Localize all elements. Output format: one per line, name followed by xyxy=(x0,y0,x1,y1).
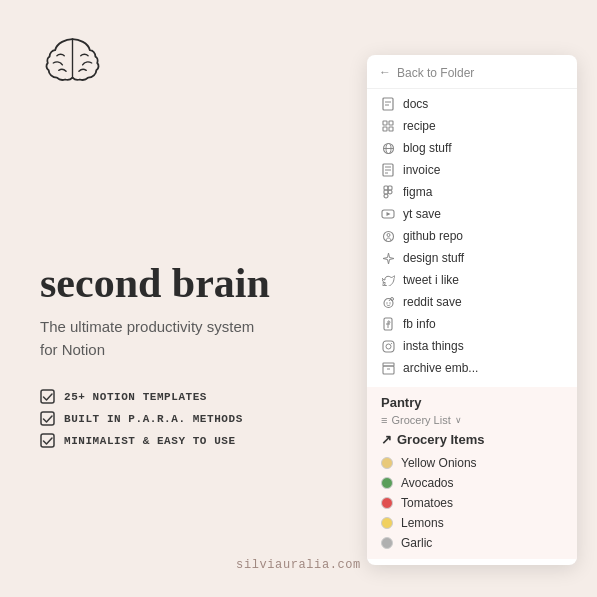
pantry-section: Pantry ≡ Grocery List ∨ ↗ Grocery Items … xyxy=(367,387,577,559)
doc-icon xyxy=(381,97,395,111)
subtitle: The ultimate productivity system for Not… xyxy=(40,316,370,361)
svg-point-21 xyxy=(388,190,392,194)
insta-icon xyxy=(381,339,395,353)
svg-point-30 xyxy=(386,302,387,303)
feature-item-1: 25+ NOTION TEMPLATES xyxy=(40,389,370,405)
svg-rect-8 xyxy=(389,121,393,125)
svg-rect-18 xyxy=(384,186,388,190)
brain-icon-container xyxy=(40,30,110,90)
main-container: second brain The ultimate productivity s… xyxy=(0,0,597,597)
grocery-list-label[interactable]: ≡ Grocery List ∨ xyxy=(381,414,563,426)
fb-icon xyxy=(381,317,395,331)
brain-icon xyxy=(40,30,105,85)
list-item-figma[interactable]: figma xyxy=(367,181,577,203)
item-label-docs: docs xyxy=(403,97,428,111)
feature-item-2: BUILT IN P.A.R.A. METHODS xyxy=(40,411,370,427)
notion-panel-header: ← Back to Folder xyxy=(367,55,577,89)
svg-rect-22 xyxy=(384,194,388,198)
list-item-recipe[interactable]: recipe xyxy=(367,115,577,137)
grid-icon xyxy=(381,119,395,133)
item-label-invoice: invoice xyxy=(403,163,440,177)
svg-point-34 xyxy=(386,344,391,349)
list-item-redditsave[interactable]: reddit save xyxy=(367,291,577,313)
grocery-color-dot-4 xyxy=(381,517,393,529)
svg-rect-9 xyxy=(383,127,387,131)
svg-rect-19 xyxy=(388,186,392,190)
svg-marker-24 xyxy=(387,212,391,216)
list-item-blogstuff[interactable]: blog stuff xyxy=(367,137,577,159)
reddit-icon xyxy=(381,295,395,309)
back-arrow-icon: ← xyxy=(379,65,391,80)
grocery-item-4[interactable]: Lemons xyxy=(381,513,563,533)
list-item-ytsave[interactable]: yt save xyxy=(367,203,577,225)
grocery-item-1[interactable]: Yellow Onions xyxy=(381,453,563,473)
grocery-color-dot-1 xyxy=(381,457,393,469)
svg-rect-36 xyxy=(383,366,394,374)
item-label-redditsave: reddit save xyxy=(403,295,462,309)
svg-point-27 xyxy=(384,298,393,307)
svg-rect-10 xyxy=(389,127,393,131)
item-label-blogstuff: blog stuff xyxy=(403,141,451,155)
item-label-fbinfo: fb info xyxy=(403,317,436,331)
grocery-item-label-4: Lemons xyxy=(401,516,444,530)
item-label-github: github repo xyxy=(403,229,463,243)
yt-icon xyxy=(381,207,395,221)
check-icon-2 xyxy=(40,411,56,427)
list-item-fbinfo[interactable]: fb info xyxy=(367,313,577,335)
grocery-items-title: ↗ Grocery Items xyxy=(381,432,563,447)
item-label-figma: figma xyxy=(403,185,432,199)
sparkle-icon xyxy=(381,251,395,265)
svg-rect-33 xyxy=(383,341,394,352)
notion-items-list: docs recipe blog stuff invoice xyxy=(367,89,577,383)
list-item-invoice[interactable]: invoice xyxy=(367,159,577,181)
page-title: second brain xyxy=(40,260,370,306)
grocery-item-label-3: Tomatoes xyxy=(401,496,453,510)
grocery-item-label-2: Avocados xyxy=(401,476,453,490)
grocery-item-label-5: Garlic xyxy=(401,536,432,550)
check-icon-3 xyxy=(40,433,56,449)
grocery-item-2[interactable]: Avocados xyxy=(381,473,563,493)
grocery-item-3[interactable]: Tomatoes xyxy=(381,493,563,513)
item-label-instathings: insta things xyxy=(403,339,464,353)
item-label-ytsave: yt save xyxy=(403,207,441,221)
list-item-github[interactable]: github repo xyxy=(367,225,577,247)
figma-icon xyxy=(381,185,395,199)
svg-point-28 xyxy=(390,297,393,300)
list-item-docs[interactable]: docs xyxy=(367,93,577,115)
footer-url: silviauralia.com xyxy=(236,558,361,572)
invoice-icon xyxy=(381,163,395,177)
pantry-title: Pantry xyxy=(381,395,563,410)
grocery-color-dot-3 xyxy=(381,497,393,509)
list-item-instathings[interactable]: insta things xyxy=(367,335,577,357)
svg-rect-37 xyxy=(383,363,394,366)
list-item-tweetilike[interactable]: tweet i like xyxy=(367,269,577,291)
item-label-tweetilike: tweet i like xyxy=(403,273,459,287)
grocery-item-5[interactable]: Garlic xyxy=(381,533,563,553)
feature-item-3: MINIMALIST & EASY TO USE xyxy=(40,433,370,449)
features-list: 25+ NOTION TEMPLATES BUILT IN P.A.R.A. M… xyxy=(40,389,370,449)
grocery-color-dot-5 xyxy=(381,537,393,549)
twitter-icon xyxy=(381,273,395,287)
svg-rect-20 xyxy=(384,190,388,194)
left-content: second brain The ultimate productivity s… xyxy=(40,260,370,449)
svg-point-35 xyxy=(390,342,391,343)
svg-rect-7 xyxy=(383,121,387,125)
item-label-recipe: recipe xyxy=(403,119,436,133)
github-icon xyxy=(381,229,395,243)
archive-icon xyxy=(381,361,395,375)
list-item-archive[interactable]: archive emb... xyxy=(367,357,577,379)
svg-line-29 xyxy=(389,299,390,301)
svg-point-26 xyxy=(387,233,390,236)
globe-icon xyxy=(381,141,395,155)
list-item-designstuff[interactable]: design stuff xyxy=(367,247,577,269)
grocery-item-label-1: Yellow Onions xyxy=(401,456,477,470)
grocery-color-dot-2 xyxy=(381,477,393,489)
item-label-archive: archive emb... xyxy=(403,361,478,375)
notion-panel: ← Back to Folder docs recipe xyxy=(367,55,577,565)
back-to-folder-label[interactable]: Back to Folder xyxy=(397,66,474,80)
svg-rect-4 xyxy=(383,98,393,110)
check-icon-1 xyxy=(40,389,56,405)
svg-point-31 xyxy=(389,302,390,303)
item-label-designstuff: design stuff xyxy=(403,251,464,265)
